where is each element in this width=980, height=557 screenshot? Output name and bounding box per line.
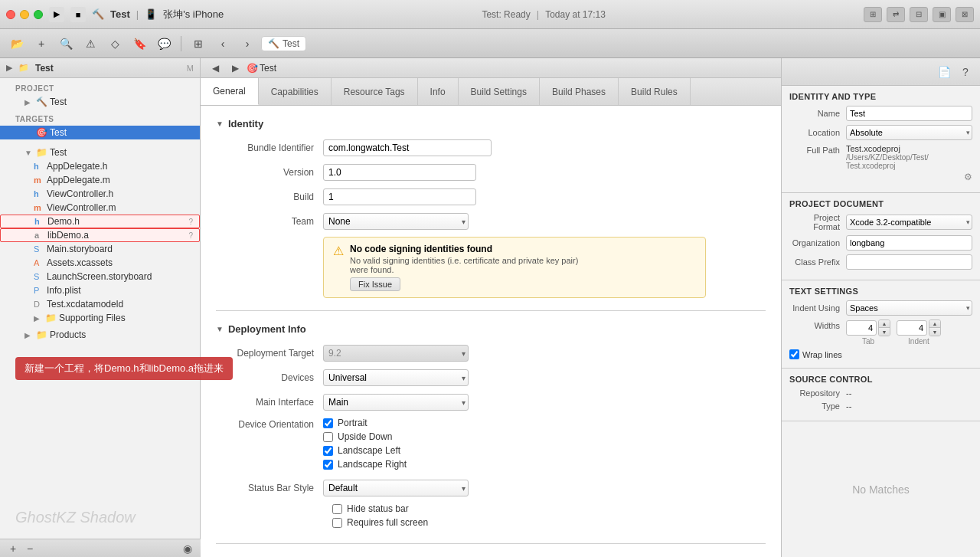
sidebar-item-target[interactable]: 🎯 Test: [0, 126, 200, 139]
targets-section-label: TARGETS: [15, 115, 194, 123]
add-btn[interactable]: +: [31, 34, 52, 53]
indent-width-input[interactable]: [897, 320, 927, 336]
indent-stepper-up[interactable]: ▲: [929, 320, 940, 328]
tab-info[interactable]: Info: [418, 78, 459, 105]
sidebar-item-main-storyboard[interactable]: S Main.storyboard: [0, 242, 200, 256]
right-text-settings-section: Text Settings Indent Using Spaces Tabs ▾…: [782, 280, 980, 369]
panel-right-btn[interactable]: ⊟: [910, 7, 928, 22]
path-reveal-icon[interactable]: ⚙: [964, 172, 972, 182]
right-name-label: Name: [789, 109, 843, 118]
filter-btn[interactable]: ◉: [181, 542, 194, 555]
sidebar-item-launchscreen[interactable]: S LaunchScreen.storyboard: [0, 270, 200, 283]
status-bar-select[interactable]: Default Light Content: [323, 480, 469, 496]
file-label: libDemo.a: [47, 230, 186, 241]
hide-status-checkbox[interactable]: [332, 504, 342, 514]
nav-fwd-btn[interactable]: ›: [237, 34, 258, 53]
nav-back-btn[interactable]: ◀: [207, 61, 224, 75]
tab-stepper-up[interactable]: ▲: [879, 320, 890, 328]
tab-resource-tags[interactable]: Resource Tags: [332, 78, 418, 105]
folder-open-btn[interactable]: 📂: [6, 34, 28, 53]
bookmark-btn[interactable]: 🔖: [129, 34, 150, 53]
sidebar-item-products[interactable]: ▶ 📁 Products: [0, 328, 200, 342]
search-btn[interactable]: 🔍: [55, 34, 77, 53]
sidebar-item-appdelegate-m[interactable]: m AppDelegate.m: [0, 173, 200, 187]
add-file-btn[interactable]: +: [6, 542, 20, 555]
breadcrumb-text: Test: [283, 38, 299, 49]
tab-width-input[interactable]: [846, 320, 877, 336]
bundle-id-input[interactable]: [323, 139, 492, 156]
right-indent-select-wrap: Spaces Tabs ▾: [846, 300, 972, 316]
right-location-select[interactable]: Absolute Relative: [846, 125, 972, 140]
sidebar-item-supporting[interactable]: ▶ 📁 Supporting Files: [0, 311, 200, 325]
right-name-input[interactable]: [846, 106, 972, 121]
build-input[interactable]: [323, 188, 476, 205]
tab-general[interactable]: General: [201, 78, 259, 105]
identity-section-header[interactable]: ▼ Identity: [216, 118, 766, 129]
right-identity-section: Identity and Type Name Location Absolute…: [782, 86, 980, 193]
main-interface-select[interactable]: Main: [323, 394, 469, 411]
right-class-prefix-input[interactable]: [846, 254, 972, 270]
tab-build-phases[interactable]: Build Phases: [540, 78, 619, 105]
tab-capabilities[interactable]: Capabilities: [259, 78, 332, 105]
landscape-left-row: Landscape Left: [323, 445, 407, 456]
help-btn[interactable]: ?: [957, 64, 974, 80]
landscape-right-checkbox[interactable]: [323, 460, 333, 470]
landscape-left-checkbox[interactable]: [323, 446, 333, 456]
main-interface-control: Main ▾: [323, 394, 553, 411]
fix-issue-button[interactable]: Fix Issue: [350, 277, 400, 291]
sidebar-item-viewcontroller-m[interactable]: m ViewController.m: [0, 201, 200, 215]
panel-split-btn[interactable]: ⇄: [887, 7, 905, 22]
close-button[interactable]: [6, 10, 15, 19]
maximize-button[interactable]: [34, 10, 43, 19]
right-org-input[interactable]: [846, 235, 972, 251]
sidebar-item-demo-h[interactable]: h Demo.h ?: [0, 215, 200, 228]
tab-build-settings[interactable]: Build Settings: [459, 78, 540, 105]
panel-bottom-btn[interactable]: ⊠: [956, 7, 974, 22]
sidebar-item-xcdatamodeld[interactable]: D Test.xcdatamodeld: [0, 297, 200, 311]
panel-toggle-btn[interactable]: ▣: [933, 7, 951, 22]
team-select[interactable]: None: [323, 213, 469, 230]
stop-button[interactable]: ■: [70, 7, 86, 22]
sidebar-item-test-group[interactable]: ▼ 📁 Test: [0, 146, 200, 159]
comment-btn[interactable]: 💬: [153, 34, 175, 53]
indent-stepper-down[interactable]: ▼: [929, 328, 940, 336]
nav-back-btn[interactable]: ‹: [212, 34, 234, 53]
play-button[interactable]: ▶: [49, 7, 64, 22]
wrap-lines-checkbox[interactable]: [789, 349, 799, 359]
devices-select[interactable]: Universal iPhone iPad: [323, 369, 469, 386]
remove-file-btn[interactable]: −: [23, 542, 37, 555]
sidebar-item-libdemo-a[interactable]: a libDemo.a ?: [0, 228, 200, 242]
folder-icon: 📁: [45, 313, 57, 323]
panel-left-btn[interactable]: ⊞: [864, 7, 882, 22]
grid-btn[interactable]: ⊞: [188, 34, 209, 53]
breadcrumb[interactable]: 🔨 Test: [261, 36, 306, 51]
warning-btn[interactable]: ⚠: [80, 34, 101, 53]
nav-fwd-btn[interactable]: ▶: [227, 61, 243, 75]
indent-width-wrap: ▲ ▼ Indent: [897, 319, 941, 346]
requires-fullscreen-checkbox[interactable]: [332, 518, 342, 528]
sidebar-item-project[interactable]: ▶ 🔨 Test: [0, 95, 200, 109]
traffic-lights: [6, 10, 43, 19]
portrait-checkbox[interactable]: [323, 418, 333, 428]
deployment-target-select[interactable]: 9.2: [323, 345, 469, 362]
folder-icon: 📁: [18, 63, 29, 73]
right-format-select[interactable]: Xcode 3.2-compatible: [846, 215, 972, 230]
right-indent-select[interactable]: Spaces Tabs: [846, 300, 972, 316]
tab-stepper-down[interactable]: ▼: [879, 328, 890, 336]
sidebar-item-info-plist[interactable]: P Info.plist: [0, 283, 200, 297]
tab-build-rules[interactable]: Build Rules: [619, 78, 691, 105]
upsidedown-checkbox[interactable]: [323, 432, 333, 442]
nav-bar: ◀ ▶ 🎯 Test: [201, 58, 781, 78]
right-panel-header: 📄 ?: [782, 58, 980, 86]
sidebar-item-assets[interactable]: A Assets.xcassets: [0, 256, 200, 270]
status-bar-row: Status Bar Style Default Light Content ▾: [216, 479, 766, 497]
issue-btn[interactable]: ◇: [104, 34, 126, 53]
time-text: Today at 17:13: [545, 9, 606, 20]
sidebar-item-appdelegate-h[interactable]: h AppDelegate.h: [0, 159, 200, 173]
minimize-button[interactable]: [20, 10, 29, 19]
sidebar-item-viewcontroller-h[interactable]: h ViewController.h: [0, 187, 200, 201]
right-widths-label: Widths: [789, 319, 843, 330]
version-input[interactable]: [323, 164, 476, 181]
deployment-section-header[interactable]: ▼ Deployment Info: [216, 323, 766, 335]
file-inspector-btn[interactable]: 📄: [936, 64, 952, 80]
